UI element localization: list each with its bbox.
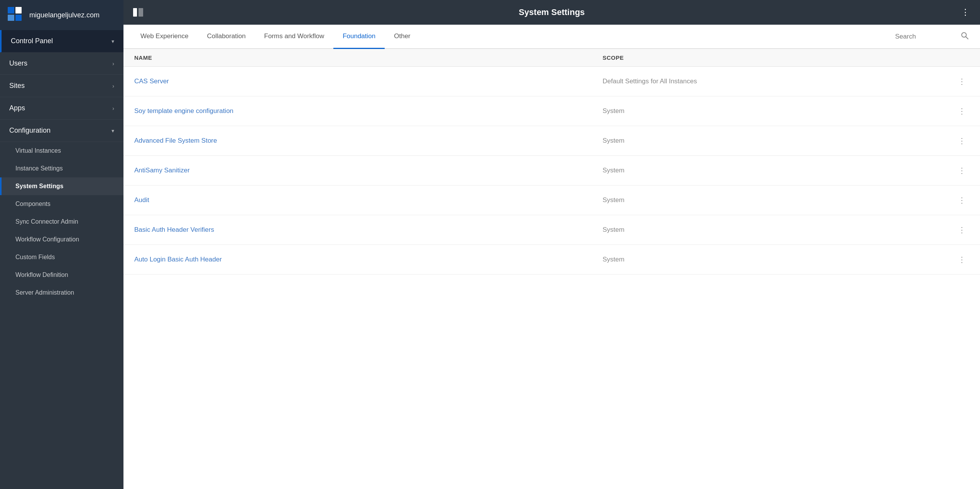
row-item-name[interactable]: AntiSamy Sanitizer: [134, 167, 603, 174]
tab-web-experience[interactable]: Web Experience: [131, 25, 198, 49]
row-item-scope: System: [603, 107, 954, 115]
table-row: Basic Auth Header Verifiers System ⋮: [123, 215, 980, 245]
content-area: Name Scope CAS Server Default Settings f…: [123, 49, 980, 489]
sidebar-item-control-panel[interactable]: Control Panel ▾: [0, 30, 123, 52]
chevron-right-icon: ›: [112, 105, 114, 111]
row-item-name[interactable]: Advanced File System Store: [134, 137, 603, 145]
sidebar-subitem-label: Workflow Configuration: [15, 236, 79, 243]
row-item-scope: System: [603, 226, 954, 234]
main-content: System Settings ⋮ Web Experience Collabo…: [123, 0, 980, 489]
row-actions-button[interactable]: ⋮: [955, 105, 969, 117]
table-row: Advanced File System Store System ⋮: [123, 126, 980, 156]
sidebar: miguelangeljulvez.com Control Panel ▾ Us…: [0, 0, 123, 489]
row-item-scope: System: [603, 196, 954, 204]
table-row: Soy template engine configuration System…: [123, 96, 980, 126]
chevron-down-icon: ▾: [112, 128, 114, 134]
row-item-name[interactable]: Audit: [134, 196, 603, 204]
row-item-scope: System: [603, 137, 954, 145]
sidebar-item-configuration[interactable]: Configuration ▾: [0, 120, 123, 142]
sidebar-subitem-label: Instance Settings: [15, 165, 63, 172]
sidebar-toggle-button[interactable]: [131, 5, 145, 19]
sidebar-subitem-instance-settings[interactable]: Instance Settings: [0, 160, 123, 177]
sidebar-subitem-label: Sync Connector Admin: [15, 218, 78, 225]
search-area: [891, 32, 972, 41]
sidebar-subitem-label: System Settings: [15, 183, 63, 189]
row-actions-button[interactable]: ⋮: [955, 164, 969, 177]
sidebar-subitem-label: Workflow Definition: [15, 271, 68, 278]
sidebar-item-label: Users: [9, 59, 27, 67]
search-icon[interactable]: [961, 32, 968, 41]
sidebar-item-sites[interactable]: Sites ›: [0, 75, 123, 97]
column-name-header: Name: [134, 54, 603, 61]
table-header: Name Scope: [123, 49, 980, 67]
sidebar-subitem-workflow-configuration[interactable]: Workflow Configuration: [0, 231, 123, 248]
table-row: CAS Server Default Settings for All Inst…: [123, 67, 980, 96]
row-item-name[interactable]: Soy template engine configuration: [134, 107, 603, 115]
row-item-name[interactable]: CAS Server: [134, 78, 603, 85]
sidebar-item-label: Sites: [9, 82, 25, 90]
more-options-button[interactable]: ⋮: [958, 5, 972, 19]
sidebar-subitem-components[interactable]: Components: [0, 195, 123, 213]
table-row: Audit System ⋮: [123, 185, 980, 215]
sidebar-subitem-custom-fields[interactable]: Custom Fields: [0, 248, 123, 266]
row-item-scope: System: [603, 167, 954, 174]
tabs-bar: Web Experience Collaboration Forms and W…: [123, 25, 980, 49]
row-item-name[interactable]: Basic Auth Header Verifiers: [134, 226, 603, 234]
table-row: AntiSamy Sanitizer System ⋮: [123, 156, 980, 185]
site-logo: [8, 7, 24, 23]
row-item-scope: Default Settings for All Instances: [603, 78, 954, 85]
sidebar-subitem-label: Custom Fields: [15, 254, 55, 260]
row-item-scope: System: [603, 256, 954, 263]
sidebar-item-label: Control Panel: [11, 37, 53, 45]
chevron-down-icon: ▾: [112, 38, 114, 44]
sidebar-subitem-sync-connector-admin[interactable]: Sync Connector Admin: [0, 213, 123, 231]
tab-forms-and-workflow[interactable]: Forms and Workflow: [255, 25, 334, 49]
sidebar-item-label: Apps: [9, 104, 25, 112]
row-actions-button[interactable]: ⋮: [955, 75, 969, 88]
column-scope-header: Scope: [603, 54, 954, 61]
sidebar-subitem-system-settings[interactable]: System Settings: [0, 177, 123, 195]
site-name: miguelangeljulvez.com: [29, 11, 100, 19]
tab-other[interactable]: Other: [385, 25, 420, 49]
tab-foundation[interactable]: Foundation: [333, 25, 385, 49]
row-actions-button[interactable]: ⋮: [955, 135, 969, 147]
sidebar-item-apps[interactable]: Apps ›: [0, 97, 123, 120]
svg-rect-0: [133, 8, 137, 17]
topbar: System Settings ⋮: [123, 0, 980, 25]
sidebar-subitem-label: Virtual Instances: [15, 147, 61, 154]
sidebar-subitem-label: Components: [15, 201, 51, 207]
sidebar-item-label: Configuration: [9, 126, 51, 135]
tab-collaboration[interactable]: Collaboration: [198, 25, 255, 49]
sidebar-subitem-virtual-instances[interactable]: Virtual Instances: [0, 142, 123, 160]
svg-line-3: [966, 37, 968, 39]
page-title: System Settings: [151, 7, 952, 17]
svg-rect-1: [139, 8, 143, 17]
sidebar-header: miguelangeljulvez.com: [0, 0, 123, 30]
row-item-name[interactable]: Auto Login Basic Auth Header: [134, 256, 603, 263]
sidebar-item-users[interactable]: Users ›: [0, 52, 123, 75]
sidebar-subitem-label: Server Administration: [15, 289, 74, 296]
sidebar-subitem-workflow-definition[interactable]: Workflow Definition: [0, 266, 123, 284]
sidebar-subitem-server-administration[interactable]: Server Administration: [0, 284, 123, 302]
chevron-right-icon: ›: [112, 61, 114, 67]
search-input[interactable]: [895, 33, 957, 40]
row-actions-button[interactable]: ⋮: [955, 253, 969, 266]
row-actions-button[interactable]: ⋮: [955, 194, 969, 206]
chevron-right-icon: ›: [112, 83, 114, 89]
row-actions-button[interactable]: ⋮: [955, 224, 969, 236]
table-row: Auto Login Basic Auth Header System ⋮: [123, 245, 980, 275]
